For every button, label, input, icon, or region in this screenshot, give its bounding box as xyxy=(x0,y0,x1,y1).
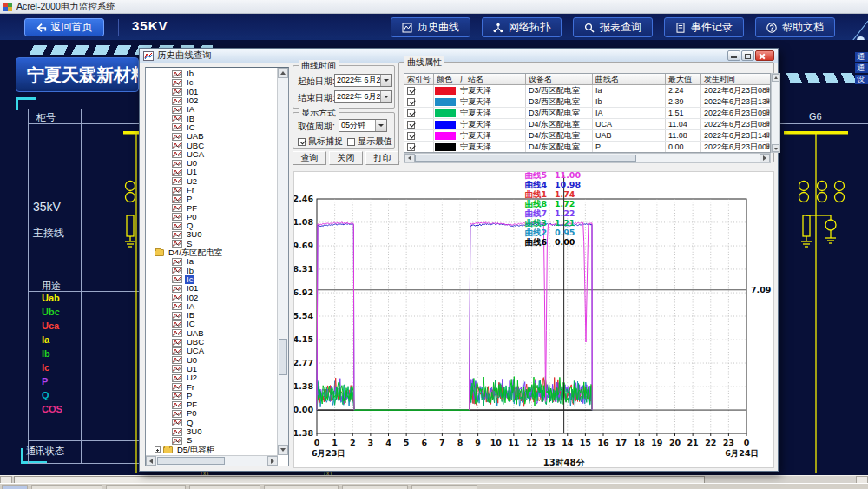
props-scroll-down[interactable] xyxy=(772,144,779,152)
tree-scroll-left[interactable] xyxy=(146,456,156,466)
nav-button-network-topology[interactable]: 网络拓扑 xyxy=(482,17,562,37)
dropdown-arrow-icon[interactable] xyxy=(380,75,391,86)
tree-item-U2[interactable]: U2 xyxy=(146,373,277,382)
tree-item-P[interactable]: P xyxy=(146,392,277,400)
row-checkbox[interactable] xyxy=(407,109,415,117)
tree-item-I02[interactable]: I02 xyxy=(146,96,277,105)
props-col-3[interactable]: 厂站名 xyxy=(457,74,526,84)
props-col-5[interactable]: 曲线名 xyxy=(593,74,666,84)
tree-item-Q[interactable]: Q xyxy=(146,419,277,427)
dropdown-arrow-icon[interactable] xyxy=(375,120,386,131)
curve-props-table[interactable]: 索引号颜色厂站名设备名曲线名最大值发生时间1宁夏天泽D3/西区配电室Ia2.24… xyxy=(404,73,771,153)
taskbar-item[interactable] xyxy=(2,485,28,489)
tree-item-P[interactable]: P xyxy=(146,195,277,203)
start-date-combo[interactable]: 2022年 6月23 xyxy=(334,74,392,87)
tree-item-IC[interactable]: IC xyxy=(146,320,277,328)
tree-item-U2[interactable]: U2 xyxy=(146,177,277,186)
tree-item-U1[interactable]: U1 xyxy=(146,365,277,373)
tree-item-P0[interactable]: P0 xyxy=(146,213,277,221)
nav-button-history-curve[interactable]: 历史曲线 xyxy=(391,17,470,37)
row-checkbox-cell[interactable]: 4 xyxy=(404,119,434,129)
tree-folder-D4/东区配电室[interactable]: D4/东区配电室 xyxy=(146,248,277,257)
nav-button-report-query[interactable]: 报表查询 xyxy=(573,17,653,37)
props-hscroll-thumb[interactable] xyxy=(415,155,636,162)
tree-folder-D5/电容柜[interactable]: D5/电容柜 xyxy=(146,445,277,453)
tree-item-3U0[interactable]: 3U0 xyxy=(146,427,277,436)
edge-tab-3[interactable]: 设 xyxy=(855,75,868,84)
tree-item-IB[interactable]: IB xyxy=(146,114,277,122)
tree-scroll-up[interactable] xyxy=(278,68,288,78)
props-col-4[interactable]: 设备名 xyxy=(526,74,593,84)
tree-item-I01[interactable]: I01 xyxy=(146,284,277,293)
nav-button-event-record[interactable]: 事件记录 xyxy=(664,17,744,37)
edge-tab-1[interactable]: 通 xyxy=(855,52,868,62)
props-scroll-up[interactable] xyxy=(772,74,779,82)
tree-item-Ib[interactable]: Ib xyxy=(146,267,277,275)
props-row-1[interactable]: 1宁夏天泽D3/西区配电室Ia2.242022年6月23日08时 xyxy=(404,85,770,96)
props-row-3[interactable]: 3宁夏天泽D3/西区配电室IA1.512022年6月23日09时 xyxy=(404,108,770,119)
tree-item-U0[interactable]: U0 xyxy=(146,159,277,168)
print-button[interactable]: 打印 xyxy=(365,151,399,165)
close-dialog-button[interactable]: 关闭 xyxy=(329,151,363,165)
row-checkbox-cell[interactable]: 6 xyxy=(404,142,434,152)
tree-item-U1[interactable]: U1 xyxy=(146,168,277,176)
main-horizontal-scrollbar[interactable] xyxy=(0,475,868,483)
row-checkbox-cell[interactable]: 3 xyxy=(404,108,434,118)
tree-item-Ia[interactable]: Ia xyxy=(146,257,277,266)
taskbar-item[interactable] xyxy=(189,485,260,489)
tree-item-UBC[interactable]: UBC xyxy=(146,141,277,149)
tree-item-UAB[interactable]: UAB xyxy=(146,132,277,141)
props-col-1[interactable]: 索引号 xyxy=(404,74,434,84)
taskbar-item[interactable] xyxy=(31,485,102,489)
tree-vertical-scrollbar[interactable] xyxy=(277,68,288,455)
tree-item-P0[interactable]: P0 xyxy=(146,409,277,418)
tree-item-Ic[interactable]: Ic xyxy=(146,275,277,284)
tree-item-I01[interactable]: I01 xyxy=(146,88,277,96)
tree-item-Fr[interactable]: Fr xyxy=(146,186,277,195)
props-row-6[interactable]: 6宁夏天泽D4/东区配电室P0.002022年6月23日00时 xyxy=(404,142,770,153)
props-row-4[interactable]: 4宁夏天泽D4/东区配电室UCA11.042022年6月23日08时 xyxy=(404,119,770,130)
back-home-button[interactable]: 返回首页 xyxy=(24,18,104,36)
curve-tree[interactable]: IbIcI01I02IAIBICUABUBCUCAU0U1U2FrPPFP0Q3… xyxy=(146,68,277,455)
mouse-capture-checkbox[interactable]: 鼠标捕捉 xyxy=(298,135,343,148)
props-horizontal-scrollbar[interactable] xyxy=(404,153,771,163)
expander-icon[interactable] xyxy=(155,446,161,453)
edge-tab-2[interactable]: 通 xyxy=(855,63,868,73)
row-checkbox[interactable] xyxy=(407,98,415,106)
props-col-7[interactable]: 发生时间 xyxy=(701,74,771,84)
tree-item-S[interactable]: S xyxy=(146,436,277,445)
tree-item-Ic[interactable]: Ic xyxy=(146,78,277,87)
tree-horizontal-scrollbar[interactable] xyxy=(146,455,278,466)
taskbar-item[interactable] xyxy=(411,485,477,489)
tree-item-Fr[interactable]: Fr xyxy=(146,382,277,391)
tree-item-Q[interactable]: Q xyxy=(146,221,277,230)
props-row-5[interactable]: 5宁夏天泽D4/东区配电室UAB11.082022年6月23日14时 xyxy=(404,130,770,142)
tree-item-PF[interactable]: PF xyxy=(146,203,277,212)
tree-item-IA[interactable]: IA xyxy=(146,302,277,311)
props-col-6[interactable]: 最大值 xyxy=(666,74,701,84)
row-checkbox-cell[interactable]: 2 xyxy=(404,96,434,107)
minimize-button[interactable] xyxy=(727,50,740,61)
query-button[interactable]: 查询 xyxy=(293,151,326,165)
props-scroll-right[interactable] xyxy=(760,154,770,162)
tree-hscroll-thumb[interactable] xyxy=(157,457,225,465)
tree-item-UCA[interactable]: UCA xyxy=(146,150,277,159)
props-scroll-left[interactable] xyxy=(404,154,415,162)
tree-item-U0[interactable]: U0 xyxy=(146,356,277,365)
tree-scroll-thumb[interactable] xyxy=(279,339,287,375)
taskbar-item[interactable] xyxy=(264,485,339,489)
props-col-2[interactable]: 颜色 xyxy=(434,74,457,84)
tree-item-IB[interactable]: IB xyxy=(146,311,277,320)
history-curve-chart[interactable]: 12.4611.089.698.316.925.544.152.771.380.… xyxy=(293,171,774,468)
tree-item-3U0[interactable]: 3U0 xyxy=(146,230,277,239)
row-checkbox[interactable] xyxy=(407,132,415,140)
nav-button-help-doc[interactable]: 帮助文档 xyxy=(755,17,835,37)
taskbar-item[interactable] xyxy=(106,485,186,489)
row-checkbox-cell[interactable]: 1 xyxy=(404,85,434,96)
end-date-combo[interactable]: 2022年 6月23 xyxy=(334,90,392,103)
tree-scroll-down[interactable] xyxy=(278,445,288,455)
period-combo[interactable]: 05分钟 xyxy=(339,119,387,132)
props-row-2[interactable]: 2宁夏天泽D3/西区配电室Ib2.392022年6月23日13时 xyxy=(404,96,770,108)
row-checkbox[interactable] xyxy=(407,143,415,151)
tree-scroll-right[interactable] xyxy=(267,456,278,466)
